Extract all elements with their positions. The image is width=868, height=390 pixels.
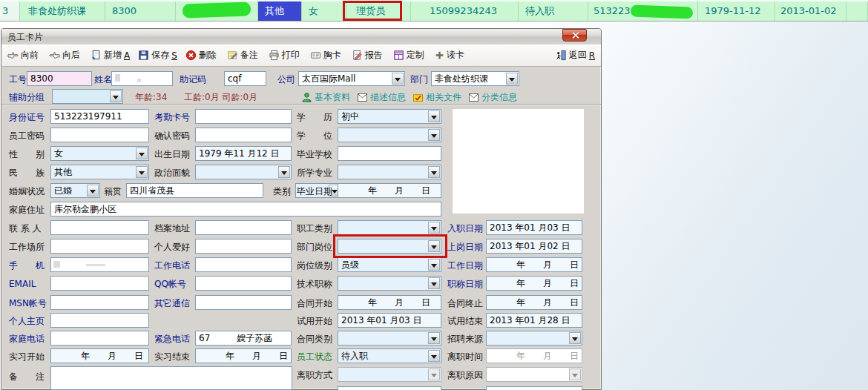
- table-cell-hiredate[interactable]: 2013-01-02: [775, 1, 846, 21]
- chevron-down-icon[interactable]: [506, 73, 518, 85]
- probation-end-field[interactable]: 2013 年01 月28 日: [486, 313, 582, 328]
- chevron-down-icon[interactable]: [428, 222, 440, 234]
- toolbar-button-save[interactable]: 保存S: [138, 49, 177, 62]
- contact-person-field[interactable]: [50, 220, 149, 235]
- political-select[interactable]: [195, 165, 292, 179]
- toolbar-button-badge[interactable]: 胸卡: [310, 49, 343, 62]
- toolbar-button-new[interactable]: 新增A: [91, 49, 130, 62]
- id-number-field[interactable]: 513223197911: [50, 109, 149, 124]
- table-cell-birthdate[interactable]: 1979-11-12: [698, 1, 775, 21]
- toolbar-button-delete[interactable]: 删除: [185, 49, 219, 62]
- education-select[interactable]: 初中: [338, 109, 441, 124]
- staff-category-select[interactable]: [338, 220, 441, 235]
- other-contact-field[interactable]: [195, 295, 292, 310]
- mnemonic-field[interactable]: cqf: [224, 71, 266, 86]
- attend-card-field[interactable]: [195, 109, 292, 124]
- intern-end-field[interactable]: 年 月 日: [195, 348, 292, 363]
- emp-status-select[interactable]: 待入职: [338, 348, 441, 363]
- title-date-field[interactable]: 年 月 日: [486, 276, 582, 291]
- workplace-field[interactable]: [50, 239, 149, 254]
- hire-date-field[interactable]: 2013 年01 月03 日: [486, 220, 582, 235]
- exit-door-icon: [556, 50, 567, 61]
- company-select[interactable]: 太百国际Mall: [298, 71, 405, 86]
- chevron-down-icon[interactable]: [428, 277, 440, 289]
- table-cell-department[interactable]: 非食处纺织课: [20, 1, 105, 21]
- toolbar-button-backward[interactable]: 向后: [49, 49, 82, 62]
- toolbar-button-report[interactable]: 报告: [352, 49, 385, 62]
- name-field[interactable]: [111, 71, 173, 86]
- remark-textarea[interactable]: [50, 366, 292, 390]
- education-label: 学 历: [297, 112, 332, 122]
- dialog-titlebar[interactable]: [1, 29, 601, 44]
- degree-select[interactable]: [338, 128, 441, 142]
- native-place-field[interactable]: 四川省茂县: [126, 183, 263, 198]
- archive-address-field[interactable]: [195, 220, 292, 235]
- tab-basic-info[interactable]: 基本资料: [301, 91, 350, 104]
- probation-start-field[interactable]: 2013 年01 月03 日: [338, 313, 441, 328]
- toolbar-button-print[interactable]: 打印: [269, 49, 302, 62]
- marital-select[interactable]: 已婚: [50, 183, 100, 198]
- ethnicity-select[interactable]: 其他: [50, 165, 149, 179]
- tab-description-info[interactable]: 描述信息: [357, 91, 406, 104]
- email-field[interactable]: [50, 276, 149, 291]
- chevron-down-icon[interactable]: [428, 350, 440, 362]
- department-select[interactable]: 非食处纺织课: [431, 71, 519, 86]
- major-select[interactable]: [338, 165, 441, 179]
- chevron-down-icon[interactable]: [428, 166, 440, 178]
- contract-end-field[interactable]: 年 月 日: [486, 295, 582, 310]
- table-cell-empno[interactable]: 8300: [105, 1, 176, 21]
- chevron-down-icon[interactable]: [110, 90, 122, 102]
- gender-select[interactable]: 女: [50, 146, 149, 161]
- tech-title-select[interactable]: [338, 276, 441, 291]
- recruit-source-select[interactable]: [486, 331, 582, 346]
- leave-reason-label: 离职原因: [447, 370, 483, 380]
- table-cell-status[interactable]: 待入职: [519, 1, 588, 21]
- toolbar-button-readcard[interactable]: 读卡: [435, 49, 467, 62]
- chevron-down-icon[interactable]: [428, 332, 440, 344]
- row-number-cell[interactable]: 3: [0, 1, 20, 21]
- chevron-down-icon[interactable]: [136, 148, 148, 159]
- table-cell-empty[interactable]: [846, 1, 868, 21]
- toolbar-label: 新增: [104, 49, 122, 62]
- confirm-password-field[interactable]: [195, 128, 292, 142]
- chevron-down-icon[interactable]: [392, 73, 404, 85]
- contract-type-select[interactable]: [338, 331, 441, 346]
- chevron-down-icon[interactable]: [136, 166, 148, 178]
- tab-related-files[interactable]: 相关文件: [412, 91, 461, 104]
- work-phone-field[interactable]: [195, 257, 292, 272]
- hobby-field[interactable]: [195, 239, 292, 254]
- table-cell-ethnicity-selected[interactable]: 其他: [258, 1, 302, 21]
- auxgroup-select[interactable]: [52, 89, 123, 104]
- home-phone-field[interactable]: [50, 331, 149, 346]
- empno-field[interactable]: 8300: [27, 71, 92, 86]
- grad-school-field[interactable]: [338, 146, 441, 161]
- chevron-down-icon[interactable]: [428, 110, 440, 122]
- close-button[interactable]: [562, 29, 587, 42]
- qq-field[interactable]: [195, 276, 292, 291]
- grad-date-field[interactable]: 年 月 日: [338, 183, 441, 198]
- emp-password-field[interactable]: [50, 128, 149, 142]
- chevron-down-icon[interactable]: [569, 332, 581, 344]
- contract-start-field[interactable]: 年 月 日: [338, 295, 441, 310]
- toolbar-button-forward[interactable]: 向前: [7, 49, 41, 62]
- chevron-down-icon[interactable]: [278, 166, 290, 178]
- table-cell-gender[interactable]: 女: [302, 1, 346, 21]
- table-cell-phone[interactable]: 15099234243: [411, 1, 519, 21]
- chevron-down-icon[interactable]: [428, 259, 440, 271]
- toolbar-key: A: [124, 50, 130, 61]
- chevron-down-icon[interactable]: [428, 129, 440, 141]
- tab-classification-info[interactable]: 分类信息: [468, 91, 517, 104]
- intern-start-field[interactable]: 年 月 日: [50, 348, 149, 363]
- toolbar-button-customize[interactable]: 定制: [393, 49, 427, 62]
- toolbar-button-return[interactable]: 返回R: [556, 49, 595, 62]
- msn-field[interactable]: [50, 295, 149, 310]
- birth-date-field[interactable]: 1979 年11 月12 日: [195, 146, 292, 161]
- onboard-date-field[interactable]: 2013 年01 月02 日: [486, 239, 582, 254]
- homepage-field[interactable]: [50, 313, 149, 328]
- home-address-field[interactable]: 库尔勒金鹏小区: [50, 202, 441, 217]
- toolbar-button-note[interactable]: 备注: [227, 49, 260, 62]
- emergency-phone-field[interactable]: 67 嫂子苏菡: [195, 331, 292, 346]
- chevron-down-icon[interactable]: [87, 185, 99, 196]
- work-date-field[interactable]: 年 月 日: [486, 257, 582, 272]
- position-level-select[interactable]: 员级: [338, 257, 441, 272]
